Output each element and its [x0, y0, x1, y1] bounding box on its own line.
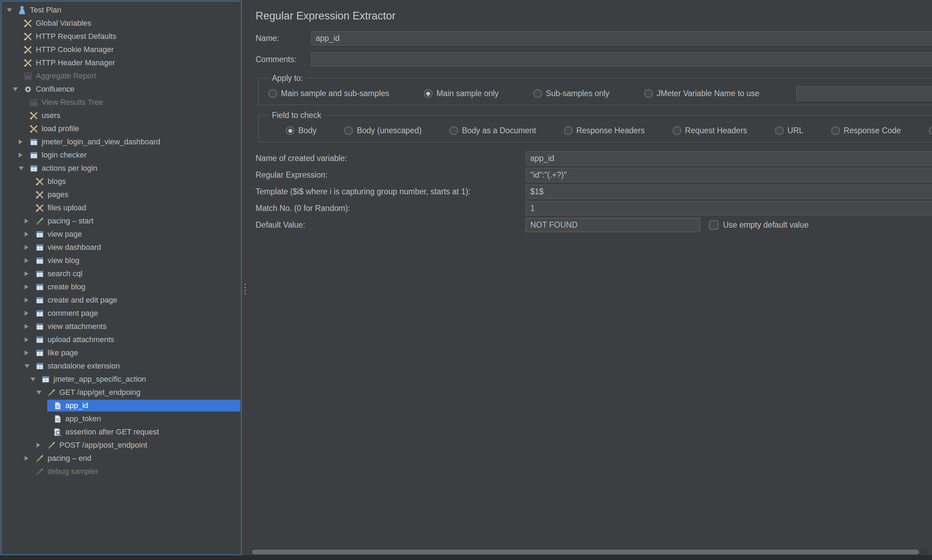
apply-to-sub-samples-only-radio[interactable]: Sub-samples only [533, 89, 610, 98]
tree-item-pacing-start[interactable]: pacing – start [2, 214, 241, 228]
extractor-document-icon [53, 401, 62, 411]
field-to-check-request-headers-radio[interactable]: Request Headers [673, 126, 747, 135]
expand-arrow-icon[interactable] [24, 232, 35, 237]
tree-item-like-page[interactable]: like page [2, 346, 241, 360]
tree-item-jmeter-login-and-view-dashboard[interactable]: jmeter_login_and_view_dashboard [2, 135, 241, 149]
tree-item-http-header-manager[interactable]: HTTP Header Manager [2, 56, 241, 69]
config-wrench-icon [29, 111, 39, 120]
tree-item-post-app-post-endpoint[interactable]: POST /app/post_endpoint [2, 438, 241, 452]
collapse-arrow-icon[interactable] [36, 391, 47, 394]
tree-item-app-token[interactable]: app_token [2, 412, 241, 425]
tree-item-upload-attachments[interactable]: upload attachments [2, 333, 241, 346]
default-value-label: Default Value: [256, 220, 526, 230]
tree-item-standalone-extension[interactable]: standalone extension [2, 360, 241, 372]
controller-table-icon [35, 348, 45, 358]
tree-item-create-blog[interactable]: create blog [2, 280, 241, 294]
field-to-check-response-code-radio[interactable]: Response Code [831, 126, 901, 135]
tree-item-comment-page[interactable]: comment page [2, 307, 241, 320]
tree-item-debug-sampler[interactable]: debug sampler [2, 465, 241, 478]
expand-arrow-icon[interactable] [24, 311, 35, 316]
expand-arrow-icon[interactable] [24, 245, 35, 250]
tree-item-label: Global Variables [36, 18, 95, 28]
comments-input[interactable] [311, 52, 932, 67]
tree-item-label: upload attachments [48, 334, 118, 345]
tree-item-users[interactable]: users [2, 109, 241, 122]
default-value-input[interactable] [526, 218, 700, 232]
tree-item-get-app-get-endpoing[interactable]: GET /app/get_endpoing [2, 386, 241, 399]
expand-arrow-icon[interactable] [24, 351, 35, 355]
tree-item-login-checker[interactable]: login checker [2, 149, 241, 162]
tree-item-files-upload[interactable]: files upload [2, 201, 241, 214]
panel-splitter[interactable] [242, 0, 248, 555]
tree-item-label: actions per login [42, 163, 101, 174]
created-variable-input[interactable] [526, 151, 932, 166]
tree-item-view-results-tree[interactable]: View Results Tree [2, 96, 241, 109]
tree-item-label: HTTP Header Manager [36, 58, 119, 68]
tree-item-actions-per-login[interactable]: actions per login [2, 162, 241, 175]
collapse-arrow-icon[interactable] [18, 166, 29, 170]
match-no-label: Match No. (0 for Random): [256, 204, 526, 213]
collapse-arrow-icon[interactable] [30, 377, 41, 381]
config-wrench-icon [23, 45, 32, 54]
match-no-input[interactable] [526, 201, 932, 215]
horizontal-scrollbar[interactable] [251, 549, 929, 555]
jmeter-variable-name-input[interactable] [796, 86, 932, 101]
expand-arrow-icon[interactable] [24, 337, 35, 342]
tree-item-app-id[interactable]: app_id [2, 399, 241, 412]
config-wrench-icon [23, 32, 32, 41]
radio-label: Body as a Document [462, 126, 536, 135]
name-input[interactable] [311, 31, 932, 45]
field-to-check-url-radio[interactable]: URL [775, 126, 804, 135]
tree-item-label: Aggregate Report [36, 71, 100, 81]
field-to-check-response-message-radio[interactable]: Response Message [929, 126, 932, 135]
tree-item-create-and-edit-page[interactable]: create and edit page [2, 294, 241, 307]
splitter-grip-icon[interactable] [244, 284, 247, 300]
field-to-check-body-as-a-document-radio[interactable]: Body as a Document [449, 126, 536, 135]
tree-item-pages[interactable]: pages [2, 188, 241, 201]
scrollbar-thumb[interactable] [252, 549, 919, 554]
expand-arrow-icon[interactable] [18, 153, 29, 157]
use-empty-default-label: Use empty default value [723, 220, 809, 230]
tree-item-search-cql[interactable]: search cql [2, 267, 241, 280]
expand-arrow-icon[interactable] [24, 456, 35, 461]
tree-item-test-plan[interactable]: Test Plan [2, 3, 241, 17]
tree-item-view-blog[interactable]: view blog [2, 254, 241, 267]
expand-arrow-icon[interactable] [36, 443, 47, 448]
tree-item-global-variables[interactable]: Global Variables [2, 17, 241, 30]
tree-item-load-profile[interactable]: load profile [2, 122, 241, 135]
tree-item-confluence[interactable]: Confluence [2, 83, 241, 96]
expand-arrow-icon[interactable] [24, 324, 35, 329]
template-input[interactable] [526, 185, 932, 199]
apply-to-main-sample-only-radio[interactable]: Main sample only [424, 89, 498, 98]
expand-arrow-icon[interactable] [24, 258, 35, 263]
tree-item-blogs[interactable]: blogs [2, 175, 241, 188]
field-to-check-response-headers-radio[interactable]: Response Headers [564, 126, 645, 135]
config-wrench-icon [35, 203, 45, 213]
tree-item-view-page[interactable]: view page [2, 228, 241, 241]
expand-arrow-icon[interactable] [24, 298, 35, 303]
tree-item-http-cookie-manager[interactable]: HTTP Cookie Manager [2, 43, 241, 56]
tree-item-http-request-defaults[interactable]: HTTP Request Defaults [2, 30, 241, 43]
expand-arrow-icon[interactable] [24, 285, 35, 289]
expand-arrow-icon[interactable] [18, 140, 29, 144]
controller-table-icon [35, 335, 45, 345]
regular-expression-input[interactable] [526, 168, 932, 182]
tree-item-pacing-end[interactable]: pacing – end [2, 452, 241, 465]
collapse-arrow-icon[interactable] [12, 88, 23, 91]
sampler-icon [35, 454, 45, 463]
field-to-check-body-unescaped-radio[interactable]: Body (unescaped) [344, 126, 421, 135]
apply-to-main-sample-and-sub-samples-radio[interactable]: Main sample and sub-samples [268, 89, 389, 98]
tree-item-aggregate-report[interactable]: Aggregate Report [2, 69, 241, 83]
tree-item-view-attachments[interactable]: view attachments [2, 320, 241, 333]
expand-arrow-icon[interactable] [24, 218, 35, 223]
field-to-check-body-radio[interactable]: Body [286, 126, 316, 135]
tree-item-assertion-after-get-request[interactable]: assertion after GET request [2, 425, 241, 438]
tree-item-label: HTTP Cookie Manager [36, 45, 117, 55]
collapse-arrow-icon[interactable] [24, 364, 35, 368]
expand-arrow-icon[interactable] [24, 271, 35, 276]
tree-item-jmeter-app-specific-action[interactable]: jmeter_app_specific_action [2, 372, 241, 386]
collapse-arrow-icon[interactable] [6, 8, 17, 12]
tree-item-view-dashboard[interactable]: view dashboard [2, 241, 241, 254]
apply-to-jmeter-variable-name-to-use-radio[interactable]: JMeter Variable Name to use [644, 89, 759, 98]
use-empty-default-checkbox[interactable] [709, 220, 718, 230]
